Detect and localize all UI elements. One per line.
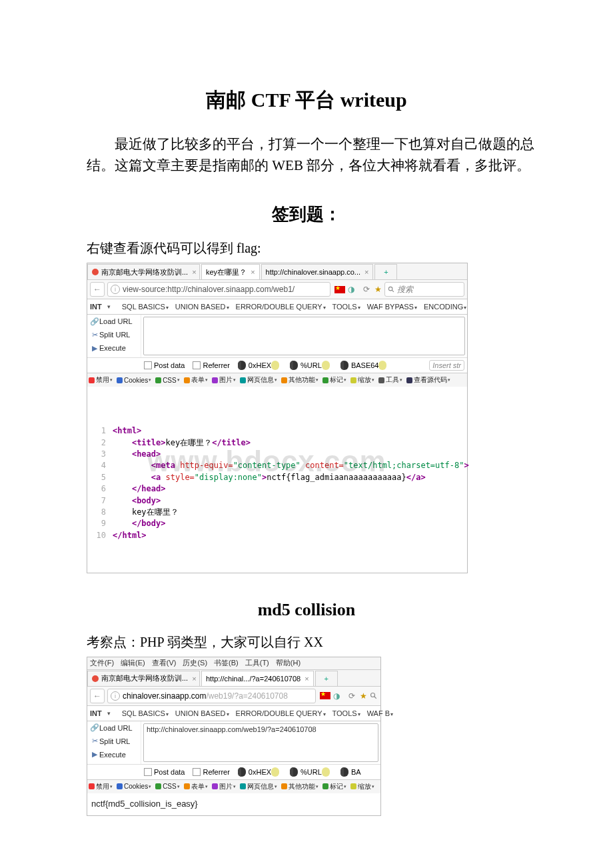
intro-paragraph: 最近做了比较多的平台，打算一个一个整理一下也算对自己做题的总结。这篇文章主要是指… — [0, 134, 613, 176]
devbar-item[interactable]: 图片 — [212, 782, 236, 791]
url-input[interactable]: i view-source:http://chinalover.sinaapp.… — [107, 282, 330, 297]
src-lines-container: 1<html>2 <title>key在哪里？</title>3 <head>4… — [93, 425, 462, 541]
hackbar-menu-item[interactable]: WAF BYPASS — [367, 303, 417, 311]
menu-item[interactable]: 工具(T) — [245, 658, 269, 668]
hex-button[interactable]: 0xHEX — [249, 768, 271, 776]
hackbar-menu-item[interactable]: ERROR/DOUBLE QUERY — [236, 709, 326, 717]
devbar-item[interactable]: 禁用 — [89, 375, 113, 385]
browser-tab[interactable]: 南京邮电大学网络攻防训...× — [87, 264, 200, 279]
bookmark-icon[interactable]: ★ — [374, 285, 382, 294]
menu-bar: 文件(F) 编辑(E) 查看(V) 历史(S) 书签(B) 工具(T) 帮助(H… — [87, 657, 380, 670]
referrer-checkbox[interactable]: Referrer — [193, 768, 229, 776]
close-icon[interactable]: × — [192, 675, 196, 683]
devbar-item[interactable]: CSS — [155, 377, 180, 384]
urlenc-button[interactable]: %URL — [301, 768, 322, 776]
post-data-checkbox[interactable]: Post data — [144, 768, 185, 776]
menu-item[interactable]: 编辑(E) — [121, 658, 145, 668]
tab-bar: 南京邮电大学网络攻防训...× key在哪里？× http://chinalov… — [87, 263, 467, 280]
chevron-down-icon[interactable]: ▾ — [107, 303, 111, 310]
devbar-item[interactable]: 缩放 — [350, 375, 374, 385]
hackbar-url-input[interactable] — [143, 317, 465, 355]
devbar-item[interactable]: Cookies — [117, 783, 151, 790]
menu-item[interactable]: 历史(S) — [183, 658, 207, 668]
devbar-item[interactable]: 其他功能 — [281, 375, 318, 385]
source-view: www.bdocx.com 1<html>2 <title>key在哪里？</t… — [87, 387, 467, 573]
hackbar-execute[interactable]: ▶Execute — [87, 341, 141, 355]
hackbar-split-url[interactable]: ✂Split URL — [87, 328, 141, 341]
hackbar-execute[interactable]: ▶Execute — [87, 748, 141, 761]
hackbar-load-url[interactable]: 🔗Load URL — [87, 315, 141, 328]
bookmark-icon[interactable]: ★ — [360, 691, 367, 701]
browser-tab[interactable]: 南京邮电大学网络攻防训...× — [87, 671, 200, 686]
base64-button[interactable]: BA — [351, 768, 361, 776]
new-tab-button[interactable]: + — [374, 264, 397, 279]
devbar-item[interactable]: 标记 — [322, 375, 346, 385]
close-icon[interactable]: × — [305, 675, 308, 683]
close-icon[interactable]: × — [364, 268, 368, 276]
hackbar-menu-item[interactable]: ERROR/DOUBLE QUERY — [236, 303, 326, 311]
menu-item[interactable]: 文件(F) — [90, 658, 114, 668]
devbar-item[interactable]: 标记 — [322, 782, 346, 791]
base64-button[interactable]: BASE64 — [351, 361, 379, 369]
referrer-checkbox[interactable]: Referrer — [193, 361, 229, 369]
page-result-text: nctf{md5_collision_is_easy} — [87, 793, 380, 815]
hackbar-menu-item[interactable]: WAF B — [367, 709, 393, 717]
insert-string-button[interactable]: Insert str — [429, 360, 464, 371]
reload-button[interactable]: ⟳ — [346, 691, 357, 701]
devbar-item[interactable]: Cookies — [117, 377, 151, 384]
back-button[interactable]: ← — [90, 689, 105, 703]
section-2-desc: 考察点：PHP 弱类型，大家可以自行 XX — [0, 633, 613, 651]
menu-item[interactable]: 查看(V) — [152, 658, 177, 668]
devbar-item[interactable]: 图片 — [212, 375, 236, 385]
hackbar-menu-item[interactable]: SQL BASICS — [122, 709, 169, 717]
new-tab-button[interactable]: + — [315, 671, 338, 686]
hackbar-menu-item[interactable]: SQL BASICS — [122, 303, 169, 311]
browser-tab[interactable]: http://chinal.../?a=240610708× — [201, 671, 314, 686]
hackbar-label: INT — [90, 709, 102, 717]
devbar-item[interactable]: 工具 — [378, 375, 402, 385]
browser-tab[interactable]: key在哪里？× — [201, 264, 260, 279]
info-icon[interactable]: i — [111, 691, 120, 701]
hackbar-menu-item[interactable]: TOOLS — [332, 303, 360, 311]
hex-button[interactable]: 0xHEX — [249, 361, 271, 369]
search-input[interactable]: 搜索 — [384, 282, 464, 297]
devbar-item[interactable]: 缩放 — [350, 782, 374, 791]
devbar-item[interactable]: 网页信息 — [240, 375, 277, 385]
dev-toolbar: 禁用 Cookies CSS 表单 图片 网页信息 其他功能 标记 缩放 — [87, 779, 380, 793]
close-icon[interactable]: × — [251, 268, 255, 276]
svg-line-3 — [374, 697, 376, 699]
devbar-item[interactable]: 表单 — [184, 375, 208, 385]
devbar-item[interactable]: 表单 — [184, 782, 208, 791]
menu-item[interactable]: 帮助(H) — [276, 658, 301, 668]
svg-line-1 — [392, 290, 394, 292]
chevron-down-icon[interactable]: ▾ — [107, 710, 111, 717]
tab-label: 南京邮电大学网络攻防训... — [101, 267, 188, 277]
post-data-checkbox[interactable]: Post data — [144, 361, 185, 369]
devbar-item[interactable]: 查看源代码 — [406, 375, 450, 385]
hackbar-split-url[interactable]: ✂Split URL — [87, 735, 141, 748]
play-icon: ▶ — [90, 750, 99, 759]
devbar-item[interactable]: 其他功能 — [281, 782, 318, 791]
devbar-item[interactable]: 网页信息 — [240, 782, 277, 791]
hackbar-menu-item[interactable]: ENCODING — [424, 303, 466, 311]
browser-tab[interactable]: http://chinalover.sinaapp.co...× — [261, 264, 374, 279]
browser-screenshot-1: 南京邮电大学网络攻防训...× key在哪里？× http://chinalov… — [87, 263, 468, 573]
back-button[interactable]: ← — [90, 282, 105, 297]
info-icon[interactable]: i — [111, 285, 120, 294]
reload-button[interactable]: ⟳ — [361, 284, 372, 295]
hackbar-menu-item[interactable]: UNION BASED — [175, 303, 229, 311]
url-text: http://chinalover.sinaapp.com/web1/ — [167, 285, 295, 294]
hackbar-load-url[interactable]: 🔗Load URL — [87, 721, 141, 735]
devbar-item[interactable]: CSS — [155, 783, 180, 790]
close-icon[interactable]: × — [192, 268, 196, 276]
tab-label: http://chinal.../?a=240610708 — [206, 675, 301, 683]
menu-item[interactable]: 书签(B) — [214, 658, 239, 668]
urlenc-button[interactable]: %URL — [301, 361, 322, 369]
hackbar-menu-item[interactable]: TOOLS — [332, 709, 360, 717]
devbar-item[interactable]: 禁用 — [89, 782, 113, 791]
url-input[interactable]: i chinalover.sinaapp.com/web19/?a=240610… — [107, 689, 316, 703]
side-label: Load URL — [99, 317, 133, 325]
hackbar-url-input[interactable]: http://chinalover.sinaapp.com/web19/?a=2… — [143, 723, 378, 762]
search-icon[interactable] — [370, 692, 378, 700]
hackbar-menu-item[interactable]: UNION BASED — [175, 709, 229, 717]
